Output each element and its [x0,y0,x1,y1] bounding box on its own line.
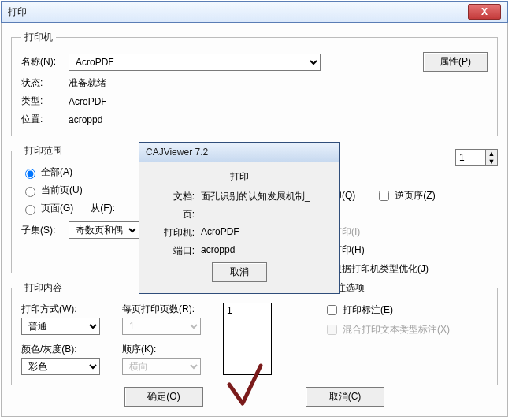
copies-down-icon[interactable]: ▼ [486,158,497,165]
reverse-label: 逆页序(Z) [395,189,435,203]
range-current-label: 当前页(U) [41,184,83,197]
printer-status-value: 准备就绪 [69,76,106,90]
printer-type-value: AcroPDF [69,96,107,107]
progress-modal: CAJViewer 7.2 打印 文档: 面孔识别的认知发展机制_ 页: 打印机… [139,142,340,294]
progress-modal-title: CAJViewer 7.2 [139,143,339,162]
as-image-i: 方式打印(I) [314,225,498,239]
dialog-title: 打印 [8,6,468,19]
order-label: 顺序(K): [122,343,209,356]
copies-spinner[interactable]: ▲ ▼ [455,149,498,166]
range-all-input[interactable] [25,169,35,179]
optimize-check[interactable]: 根据打印机类型优化(J) [314,262,498,277]
copies-input[interactable] [455,149,485,166]
per-sheet-label: 每页打印页数(R): [122,303,209,316]
mix-text-checkbox [327,325,337,335]
close-button[interactable]: X [468,4,501,20]
copies-updown[interactable]: ▲ ▼ [485,149,498,166]
close-icon: X [481,6,488,17]
modal-cancel-button[interactable]: 取消 [212,262,267,282]
dialog-titlebar: 打印 X [1,1,508,23]
range-subset-label: 子集(S): [21,224,69,237]
printer-name-select[interactable]: AcroPDF [69,54,321,71]
color-select[interactable]: 彩色 [21,358,100,375]
content-legend: 打印内容 [21,281,65,295]
modal-doc-label: 文档: [150,190,195,203]
modal-port-label: 端口: [150,244,195,258]
mix-text-label: 混合打印文本类型标注(X) [343,323,450,336]
ok-button[interactable]: 确定(O) [124,387,203,407]
progress-heading: 打印 [150,170,328,184]
copies-up-icon[interactable]: ▲ [486,150,497,158]
printer-location-value: acroppd [69,114,102,125]
printer-fieldset: 打印机 名称(N): AcroPDF 属性(P) 状态: 准备就绪 类型: Ac… [11,31,498,136]
per-sheet-select: 1 [122,318,201,335]
printer-name-label: 名称(N): [21,55,69,69]
color-label: 颜色/灰度(B): [21,343,108,356]
modal-page-label: 页: [150,208,195,221]
printer-properties-button[interactable]: 属性(P) [423,52,488,72]
cancel-button[interactable]: 取消(C) [306,387,384,407]
modal-port-value: acroppd [201,244,235,258]
printer-legend: 打印机 [21,31,56,44]
method-select[interactable]: 普通 [21,318,100,335]
range-current-input[interactable] [25,187,35,197]
reverse-check[interactable]: 逆页序(Z) [376,188,435,203]
reverse-checkbox[interactable] [379,191,389,201]
mix-text-check: 混合打印文本类型标注(X) [324,322,488,337]
range-from-label: 从(F): [91,202,115,215]
printer-location-label: 位置: [21,113,69,126]
modal-printer-value: AcroPDF [201,226,239,240]
print-annot-label: 打印标注(E) [343,303,393,317]
range-pages-label: 页面(G) [41,202,73,215]
checkmark-icon [225,362,273,410]
preview-thumb-label: 1 [227,305,232,316]
range-subset-select[interactable]: 奇数页和偶 [69,221,139,239]
print-annot-checkbox[interactable] [327,305,337,315]
printer-status-label: 状态: [21,76,69,90]
range-pages-input[interactable] [25,205,35,215]
optimize-label: 根据打印机类型优化(J) [332,262,429,276]
as-image-h[interactable]: 方式打印(H) [314,243,498,257]
annot-fieldset: 标注选项 打印标注(E) 混合打印文本类型标注(X) [314,281,498,385]
order-select: 横向 [122,358,201,375]
print-annot-check[interactable]: 打印标注(E) [324,303,488,318]
modal-doc-value: 面孔识别的认知发展机制_ [201,190,310,203]
range-legend: 打印范围 [21,144,65,158]
range-all-label: 全部(A) [41,165,72,179]
method-label: 打印方式(W): [21,303,108,316]
modal-printer-label: 打印机: [150,226,195,240]
printer-type-label: 类型: [21,95,69,108]
